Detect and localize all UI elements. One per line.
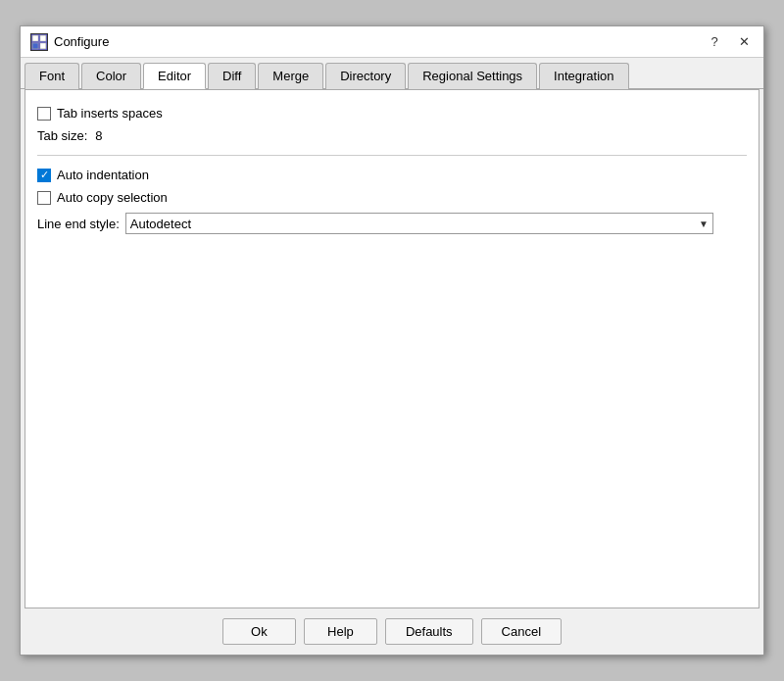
tab-size-label: Tab size:	[37, 128, 87, 143]
auto-indentation-row: Auto indentation	[37, 164, 747, 186]
dropdown-arrow-icon: ▼	[699, 219, 709, 229]
close-button[interactable]: ✕	[734, 34, 754, 49]
tab-editor[interactable]: Editor	[143, 63, 206, 89]
title-bar: Configure ? ✕	[21, 26, 763, 58]
line-end-style-select[interactable]: Autodetect ▼	[125, 213, 713, 234]
svg-rect-1	[40, 35, 46, 41]
tabs-bar: Font Color Editor Diff Merge Directory R…	[21, 58, 763, 89]
configure-dialog: Configure ? ✕ Font Color Editor Diff Mer…	[20, 25, 764, 656]
tab-integration[interactable]: Integration	[539, 63, 628, 89]
divider-1	[37, 155, 747, 156]
tab-directory[interactable]: Directory	[325, 63, 406, 89]
tab-inserts-spaces-row: Tab inserts spaces	[37, 102, 747, 124]
title-bar-buttons: ? ✕	[705, 34, 754, 49]
auto-copy-selection-label[interactable]: Auto copy selection	[37, 190, 168, 205]
svg-rect-2	[32, 43, 38, 49]
cancel-button[interactable]: Cancel	[481, 618, 562, 645]
auto-indentation-label[interactable]: Auto indentation	[37, 168, 149, 182]
tab-merge[interactable]: Merge	[258, 63, 323, 89]
window-title: Configure	[54, 34, 109, 49]
app-icon	[30, 33, 48, 51]
editor-content: Tab inserts spaces Tab size: 8 Auto inde…	[24, 89, 760, 608]
line-end-style-row: Line end style: Autodetect ▼	[37, 209, 747, 238]
tab-size-row: Tab size: 8	[37, 124, 747, 147]
button-bar: Ok Help Defaults Cancel	[21, 608, 763, 655]
line-end-style-label: Line end style:	[37, 217, 120, 231]
auto-copy-selection-row: Auto copy selection	[37, 186, 747, 209]
tab-font[interactable]: Font	[24, 63, 79, 89]
tab-regional[interactable]: Regional Settings	[408, 63, 537, 89]
help-dialog-button[interactable]: Help	[304, 618, 377, 645]
title-bar-left: Configure	[30, 33, 109, 51]
auto-indentation-checkbox[interactable]	[37, 169, 51, 182]
auto-copy-selection-checkbox[interactable]	[37, 191, 51, 205]
help-button[interactable]: ?	[705, 34, 724, 49]
defaults-button[interactable]: Defaults	[385, 618, 473, 645]
svg-rect-0	[32, 35, 38, 41]
ok-button[interactable]: Ok	[222, 618, 296, 645]
svg-rect-3	[40, 43, 46, 49]
tab-inserts-spaces-checkbox[interactable]	[37, 107, 51, 121]
tab-inserts-spaces-label[interactable]: Tab inserts spaces	[37, 106, 163, 121]
tab-diff[interactable]: Diff	[208, 63, 256, 89]
tab-color[interactable]: Color	[81, 63, 141, 89]
tab-size-value: 8	[95, 128, 102, 143]
